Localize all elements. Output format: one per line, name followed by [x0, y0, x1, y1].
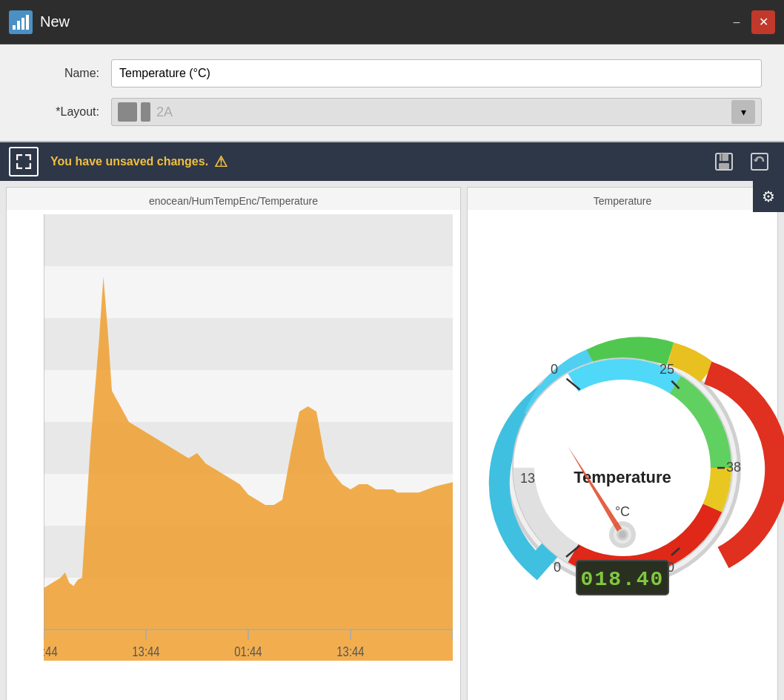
gauge-title: Temperature: [468, 188, 777, 210]
gauge-25-label: 25: [660, 362, 674, 377]
gauge-display-value: 018.40: [581, 568, 665, 591]
svg-rect-2: [21, 18, 24, 30]
svg-text:01:44: 01:44: [44, 644, 58, 660]
gear-button[interactable]: ⚙: [753, 181, 784, 212]
chart-svg: 23 22 21 20 19 18 17 16 01:44 Mar, 16: [44, 214, 453, 661]
svg-rect-8: [751, 153, 768, 170]
gauge-svg: 0 25 38 50 0 13 Temperature °C: [489, 323, 756, 605]
chart-title: enocean/HumTempEnc/Temperature: [7, 188, 460, 210]
name-input[interactable]: [111, 59, 762, 88]
gauge-13-label: 13: [520, 471, 535, 486]
layout-value: 2A: [156, 105, 731, 120]
form-area: Name: *Layout: 2A ▾: [0, 44, 784, 142]
gauge-label-text: Temperature: [574, 468, 671, 486]
gear-icon: ⚙: [762, 188, 775, 205]
gauge-container: 0 25 38 50 0 13 Temperature °C: [468, 210, 777, 700]
chart-panel: enocean/HumTempEnc/Temperature 23 22 21 …: [6, 187, 461, 700]
layout-icon-2: [141, 102, 150, 122]
gauge-unit-text: °C: [615, 504, 630, 519]
svg-rect-5: [720, 153, 728, 161]
gauge-38-label: 38: [726, 460, 741, 475]
svg-rect-9: [44, 214, 453, 266]
unsaved-changes-message: You have unsaved changes. ⚠: [50, 153, 704, 171]
gauge-min-label: 0: [554, 560, 561, 575]
save-button[interactable]: [708, 146, 740, 177]
svg-rect-0: [13, 25, 16, 30]
layout-icon-1: [118, 102, 137, 122]
layout-dropdown[interactable]: 2A ▾: [111, 98, 762, 126]
reset-button[interactable]: [744, 146, 775, 177]
window-title: New: [40, 13, 722, 30]
svg-text:01:44: 01:44: [234, 644, 262, 660]
svg-rect-1: [17, 21, 20, 30]
app-icon: [9, 10, 33, 34]
title-bar: New – ✕: [0, 0, 784, 44]
expand-button[interactable]: [9, 147, 39, 176]
minimize-button[interactable]: –: [725, 10, 748, 34]
svg-text:13:44: 13:44: [336, 644, 364, 660]
name-label: Name:: [22, 67, 111, 80]
layout-row: *Layout: 2A ▾: [22, 98, 762, 126]
dropdown-arrow-icon: ▾: [731, 100, 755, 124]
close-button[interactable]: ✕: [751, 10, 775, 34]
svg-point-57: [619, 531, 626, 538]
main-content: ⚙ enocean/HumTempEnc/Temperature 23 22 2: [0, 181, 784, 700]
svg-text:13:44: 13:44: [132, 644, 159, 660]
layout-label: *Layout:: [22, 105, 111, 119]
gauge-panel: Temperature: [467, 187, 778, 700]
svg-rect-6: [719, 163, 729, 169]
gauge-0-label: 0: [551, 362, 558, 377]
name-row: Name:: [22, 59, 762, 88]
warning-icon: ⚠: [214, 153, 227, 171]
toolbar: You have unsaved changes. ⚠: [0, 142, 784, 181]
message-text: You have unsaved changes.: [50, 155, 208, 168]
svg-rect-3: [26, 15, 29, 30]
